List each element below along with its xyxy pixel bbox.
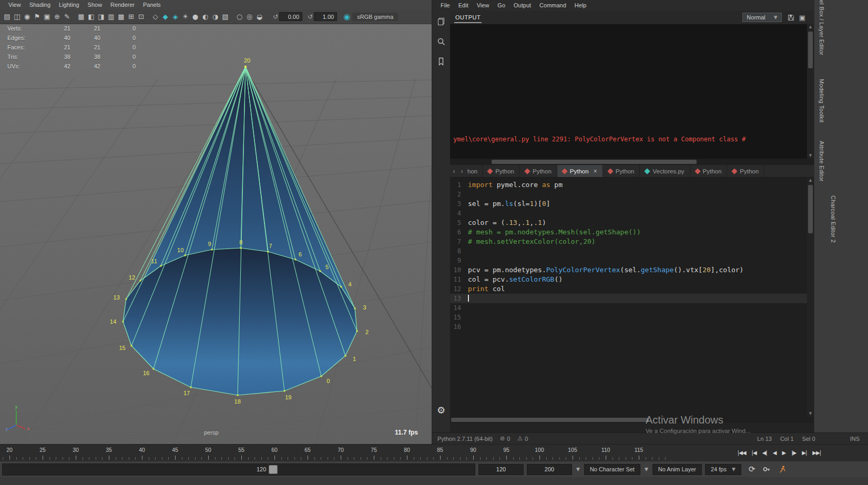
- code-line-8[interactable]: 8: [450, 246, 807, 256]
- wireframe-icon[interactable]: ◇: [150, 12, 160, 22]
- timeline-tick[interactable]: [69, 457, 69, 460]
- timeline-tick[interactable]: [116, 457, 116, 460]
- timeline-tick[interactable]: [274, 456, 275, 460]
- timeline-tick[interactable]: [440, 456, 441, 460]
- save-output-icon[interactable]: [787, 14, 795, 22]
- output-console[interactable]: ymel\core\general.py line 2291: PolyColo…: [450, 24, 814, 159]
- code-hscroll[interactable]: [450, 417, 814, 423]
- code-area[interactable]: 1import pymel.core as pm23sel = pm.ls(sl…: [450, 178, 814, 417]
- film-gate-icon[interactable]: ◧: [86, 12, 96, 22]
- timeline-tick[interactable]: [579, 457, 580, 460]
- timeline-tick[interactable]: [513, 457, 514, 460]
- editor-menu-command[interactable]: Command: [535, 2, 570, 8]
- code-line-6[interactable]: 6# mesh = pm.nodetypes.Mesh(sel.getShape…: [450, 228, 807, 237]
- timeline-tick[interactable]: [89, 457, 89, 460]
- scrollbar-thumb[interactable]: [492, 160, 697, 164]
- grid-icon[interactable]: ▦: [76, 12, 86, 22]
- timeline-tick[interactable]: [460, 457, 461, 460]
- timeline-tick[interactable]: [612, 457, 613, 460]
- editor-menu-edit[interactable]: Edit: [454, 2, 473, 8]
- image-plane-icon[interactable]: ▣: [42, 12, 52, 22]
- step-forward-key-button[interactable]: ▶|: [800, 449, 809, 457]
- timeline-tick[interactable]: [9, 456, 10, 460]
- character-set-dropdown[interactable]: No Character Set: [584, 464, 640, 475]
- viewport-menu-lighting[interactable]: Lighting: [55, 2, 84, 8]
- timeline-tick[interactable]: [374, 456, 374, 460]
- sidebar-tab-channel-box-layer-editor[interactable]: Channel Box / Layer Editor: [819, 0, 825, 55]
- editor-tab-2[interactable]: Python×: [557, 165, 603, 177]
- editor-menu-output[interactable]: Output: [509, 2, 535, 8]
- output-tab[interactable]: OUTPUT: [454, 12, 482, 23]
- editor-menu-file[interactable]: File: [436, 2, 454, 8]
- xray-joints-icon[interactable]: ◎: [244, 12, 254, 22]
- tabs-scroll-left-icon[interactable]: ‹: [450, 165, 458, 177]
- timeline-tick[interactable]: [175, 456, 176, 460]
- code-line-14[interactable]: 14: [450, 303, 807, 313]
- timeline-tick[interactable]: [195, 457, 196, 460]
- timeline-tick[interactable]: [506, 456, 507, 460]
- console-hscroll[interactable]: [450, 159, 814, 165]
- timeline-tick[interactable]: [63, 457, 63, 460]
- panel-layout-icon[interactable]: ▤: [2, 12, 12, 22]
- timeline-tick[interactable]: [407, 456, 407, 460]
- timeline-tick[interactable]: [632, 457, 632, 460]
- timeline[interactable]: 2025303540455055606570758085909510010511…: [0, 444, 868, 461]
- scroll-down-icon[interactable]: ▼: [809, 153, 812, 159]
- code-line-16[interactable]: 16: [450, 322, 807, 332]
- timeline-tick[interactable]: [321, 457, 321, 460]
- timeline-tick[interactable]: [619, 457, 619, 460]
- timeline-tick[interactable]: [361, 457, 361, 460]
- timeline-tick[interactable]: [102, 457, 103, 460]
- timeline-tick[interactable]: [573, 456, 573, 460]
- search-icon[interactable]: [436, 37, 446, 48]
- timeline-tick[interactable]: [665, 457, 666, 460]
- timeline-tick[interactable]: [122, 457, 122, 460]
- grease-pencil-icon[interactable]: ✎: [62, 12, 72, 22]
- go-to-start-button[interactable]: |◀◀: [736, 449, 748, 457]
- timeline-tick[interactable]: [526, 457, 527, 460]
- 2d-pan-zoom-icon[interactable]: ⊕: [52, 12, 62, 22]
- cone-mesh[interactable]: [123, 67, 357, 395]
- playback-loop-icon[interactable]: ⟳: [749, 465, 755, 474]
- viewport-menu-renderer[interactable]: Renderer: [106, 2, 139, 8]
- code-line-5[interactable]: 5color = (.13,.1,.1): [450, 218, 807, 228]
- textured-icon[interactable]: ◈: [170, 12, 180, 22]
- scrollbar-thumb[interactable]: [808, 32, 813, 68]
- ambient-occlusion-icon[interactable]: ◐: [200, 12, 210, 22]
- playback-start-field[interactable]: 120: [478, 464, 524, 475]
- timeline-tick[interactable]: [606, 456, 606, 460]
- resolution-gate-icon[interactable]: ◨: [96, 12, 106, 22]
- timeline-tick[interactable]: [182, 457, 182, 460]
- timeline-tick[interactable]: [162, 457, 162, 460]
- timeline-tick[interactable]: [546, 457, 547, 460]
- timeline-tick[interactable]: [473, 456, 474, 460]
- viewport-menu-view[interactable]: View: [4, 2, 25, 8]
- viewport-menu-show[interactable]: Show: [84, 2, 107, 8]
- play-backwards-button[interactable]: ◀: [771, 449, 779, 457]
- editor-tab-6[interactable]: Python: [727, 165, 764, 177]
- field-chart-icon[interactable]: ▩: [116, 12, 126, 22]
- timeline-tick[interactable]: [308, 456, 308, 460]
- timeline-tick[interactable]: [281, 457, 282, 460]
- timeline-tick[interactable]: [228, 457, 229, 460]
- scroll-up-icon[interactable]: ▲: [809, 24, 812, 30]
- timeline-tick[interactable]: [539, 456, 540, 460]
- timeline-tick[interactable]: [367, 457, 367, 460]
- editor-tab-1[interactable]: Python: [520, 165, 557, 177]
- timeline-tick[interactable]: [493, 457, 494, 460]
- code-line-13[interactable]: 13: [450, 294, 807, 303]
- editor-menu-go[interactable]: Go: [493, 2, 509, 8]
- timeline-tick[interactable]: [3, 457, 3, 460]
- timeline-tick[interactable]: [599, 457, 599, 460]
- bookmark-icon[interactable]: [436, 57, 446, 68]
- safe-action-icon[interactable]: ⊞: [126, 12, 136, 22]
- code-line-4[interactable]: 4: [450, 209, 807, 218]
- timeline-tick[interactable]: [394, 457, 394, 460]
- timeline-tick[interactable]: [36, 457, 36, 460]
- smooth-shade-icon[interactable]: ◆: [160, 12, 170, 22]
- scrollbar-thumb[interactable]: [451, 418, 649, 422]
- panel-toggle-icon[interactable]: ▣: [799, 14, 805, 22]
- timeline-tick[interactable]: [639, 456, 639, 460]
- anim-layer-menu-icon[interactable]: ▼: [644, 467, 649, 472]
- code-line-9[interactable]: 9: [450, 256, 807, 265]
